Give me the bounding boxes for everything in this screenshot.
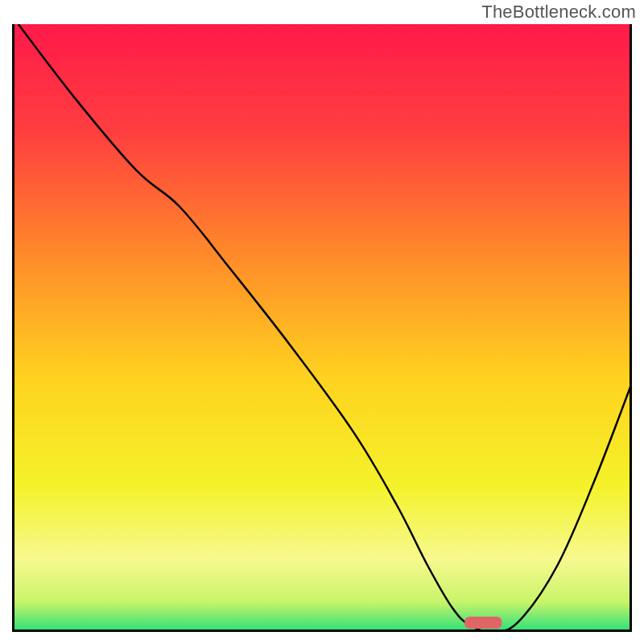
bottleneck-chart (12, 24, 632, 632)
watermark-text: TheBottleneck.com (481, 2, 636, 23)
gradient-background (12, 24, 632, 632)
optimal-marker (464, 617, 502, 629)
